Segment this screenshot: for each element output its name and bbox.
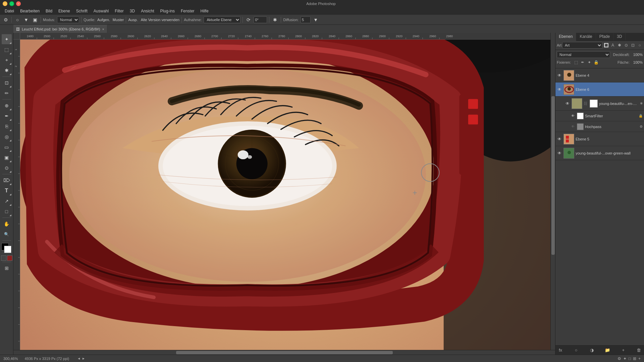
layer-visibility-toggle[interactable]: 👁 bbox=[557, 136, 562, 142]
angle-icon[interactable]: ⟳ bbox=[245, 16, 252, 23]
horizontal-scrollbar[interactable] bbox=[13, 350, 555, 355]
tool-options-icon[interactable]: ⚙ bbox=[2, 16, 9, 23]
dodge-tool-button[interactable]: ⊙ bbox=[2, 163, 12, 173]
statusbar-icon-2[interactable]: ✦ bbox=[623, 356, 627, 361]
statusbar-icon-5[interactable]: + bbox=[638, 356, 641, 361]
pen-tool-button[interactable]: ⌦ bbox=[2, 175, 12, 185]
layer-visibility-toggle[interactable]: 👁 bbox=[557, 150, 562, 156]
eraser-tool-button[interactable]: ▭ bbox=[2, 142, 12, 152]
statusbar-icon-3[interactable]: □ bbox=[629, 356, 631, 361]
brush-size-icon[interactable]: ○ bbox=[14, 16, 21, 23]
layer-visibility-toggle[interactable]: 👁 bbox=[570, 113, 576, 119]
menu-datei[interactable]: Datei bbox=[2, 8, 17, 14]
minimize-button[interactable]: – bbox=[3, 1, 7, 6]
screen-mode-button[interactable]: ⊞ bbox=[2, 263, 12, 273]
stamp-icon[interactable]: ✱ bbox=[271, 16, 279, 23]
document-tab[interactable]: 🖼 Leucht Effekt.psd: bei 300% (Ebene 6, … bbox=[13, 25, 107, 33]
layer-style-button[interactable]: fx bbox=[557, 347, 564, 353]
maximize-button[interactable]: □ bbox=[9, 1, 14, 6]
lock-position-icon[interactable]: ✦ bbox=[586, 59, 592, 65]
layer-visibility-toggle[interactable]: 👁 bbox=[565, 101, 570, 106]
tab-kanale[interactable]: Kanäle bbox=[576, 33, 596, 41]
layer-item[interactable]: 👁 young-beautiful-...over-green-wall bbox=[555, 146, 644, 160]
hand-tool-button[interactable]: ✋ bbox=[2, 219, 12, 229]
tab-pfade[interactable]: Pfade bbox=[596, 33, 613, 41]
layer-new-button[interactable]: + bbox=[620, 347, 626, 353]
marquee-tool-button[interactable]: ⬚ bbox=[2, 45, 12, 55]
menu-ansicht[interactable]: Ansicht bbox=[138, 8, 157, 14]
diffusion-arrow[interactable]: ▼ bbox=[312, 16, 319, 23]
layer-visibility-toggle[interactable]: 👁 bbox=[557, 73, 562, 78]
main-canvas[interactable]: + bbox=[20, 40, 555, 355]
statusbar-icon-1[interactable]: ⚙ bbox=[618, 356, 621, 361]
filter-icon-3[interactable]: ✱ bbox=[616, 42, 623, 48]
blend-mode-select[interactable]: Normal bbox=[557, 51, 610, 58]
menu-hilfe[interactable]: Hilfe bbox=[198, 8, 211, 14]
menu-bild[interactable]: Bild bbox=[43, 8, 55, 14]
filter-icon-5[interactable]: ⊡ bbox=[630, 42, 636, 48]
standard-mode-button[interactable] bbox=[1, 255, 6, 261]
angle-input[interactable] bbox=[254, 16, 267, 23]
menu-plugins[interactable]: Plug-ins bbox=[158, 8, 177, 14]
close-button[interactable]: × bbox=[16, 1, 21, 6]
history-tool-button[interactable]: ◎ bbox=[2, 132, 12, 142]
statusbar-icon-4[interactable]: ⊞ bbox=[633, 356, 636, 361]
filter-icon-2[interactable]: A bbox=[610, 42, 616, 48]
heal-tool-button[interactable]: ⊕ bbox=[2, 101, 12, 111]
filter-type-select[interactable]: Art bbox=[562, 42, 602, 49]
next-arrow[interactable]: ► bbox=[82, 357, 85, 360]
menu-fenster[interactable]: Fenster bbox=[178, 8, 197, 14]
layer-item[interactable]: 👁 Hochpass ⚙ bbox=[555, 121, 644, 132]
menu-schrift[interactable]: Schrift bbox=[73, 8, 90, 14]
lock-all-icon[interactable]: 🔒 bbox=[593, 59, 599, 65]
menu-ebene[interactable]: Ebene bbox=[56, 8, 73, 14]
tab-ebenen[interactable]: Ebenen bbox=[555, 33, 576, 41]
brush-mode-icon[interactable]: ▣ bbox=[31, 16, 39, 23]
aufnahme-select[interactable]: Aktuelle Ebene bbox=[204, 16, 240, 23]
menu-auswahl[interactable]: Auswahl bbox=[91, 8, 111, 14]
vertical-scrollbar[interactable] bbox=[550, 33, 555, 350]
shape-tool-button[interactable]: □ bbox=[2, 206, 12, 217]
color-swatches[interactable] bbox=[1, 243, 12, 254]
layer-item[interactable]: 👁 SmartFilter 🔒 bbox=[555, 111, 644, 121]
hscrollbar-thumb[interactable] bbox=[176, 351, 393, 354]
layer-delete-button[interactable]: 🗑 bbox=[636, 347, 642, 353]
gradient-tool-button[interactable]: ▣ bbox=[2, 153, 12, 163]
path-select-button[interactable]: ↗ bbox=[2, 196, 12, 206]
menu-bearbeiten[interactable]: Bearbeiten bbox=[17, 8, 42, 14]
layer-group-button[interactable]: 📁 bbox=[604, 347, 610, 353]
vscrollbar-thumb[interactable] bbox=[551, 96, 555, 255]
zoom-tool-button[interactable]: 🔍 bbox=[2, 229, 12, 239]
filter-icon-1[interactable]: 🔳 bbox=[603, 42, 609, 48]
layer-item[interactable]: 👁 Ebene 6 bbox=[555, 82, 644, 97]
layer-mask-button[interactable]: ○ bbox=[573, 347, 579, 353]
nav-arrows[interactable]: ◄ ► bbox=[77, 357, 85, 360]
background-color[interactable] bbox=[4, 246, 11, 253]
layer-visibility-toggle[interactable]: 👁 bbox=[570, 124, 576, 129]
lock-image-icon[interactable]: ✒ bbox=[580, 59, 586, 65]
prev-arrow[interactable]: ◄ bbox=[77, 357, 80, 360]
hochpass-settings-icon[interactable]: ⚙ bbox=[640, 125, 643, 128]
brush-picker-icon[interactable]: ▼ bbox=[22, 16, 30, 23]
brush-tool-button[interactable]: ✒ bbox=[2, 111, 12, 121]
crop-tool-button[interactable]: ⊡ bbox=[2, 78, 12, 88]
menu-filter[interactable]: Filter bbox=[112, 8, 126, 14]
wand-tool-button[interactable]: ✱ bbox=[2, 65, 12, 75]
layer-item[interactable]: 👁 Ebene 5 bbox=[555, 132, 644, 146]
layer-item[interactable]: 👁 ⛓ young-beautifu-...en-wall Kopie ✱ bbox=[555, 97, 644, 111]
mode-select[interactable]: Normal bbox=[57, 16, 79, 23]
layer-item[interactable]: 👁 Ebene 4 bbox=[555, 68, 644, 82]
layer-visibility-toggle[interactable]: 👁 bbox=[557, 87, 562, 92]
diffusion-input[interactable] bbox=[301, 16, 311, 23]
layer-adjustment-button[interactable]: ◑ bbox=[589, 347, 595, 353]
quickmask-mode-button[interactable] bbox=[7, 255, 12, 261]
text-tool-button[interactable]: T bbox=[2, 186, 12, 196]
doc-close-button[interactable]: × bbox=[102, 27, 104, 31]
tab-3d[interactable]: 3D bbox=[613, 33, 626, 41]
filter-toggle[interactable]: ○ bbox=[637, 42, 643, 48]
lock-transparent-icon[interactable]: ⬚ bbox=[573, 59, 579, 65]
filter-icon-4[interactable]: ⊙ bbox=[623, 42, 629, 48]
canvas-area[interactable]: 2480 2500 2520 2540 2560 2580 2600 2620 … bbox=[13, 33, 555, 355]
eyedropper-tool-button[interactable]: ✏ bbox=[2, 88, 12, 98]
move-tool-button[interactable]: ✦ bbox=[2, 34, 12, 44]
